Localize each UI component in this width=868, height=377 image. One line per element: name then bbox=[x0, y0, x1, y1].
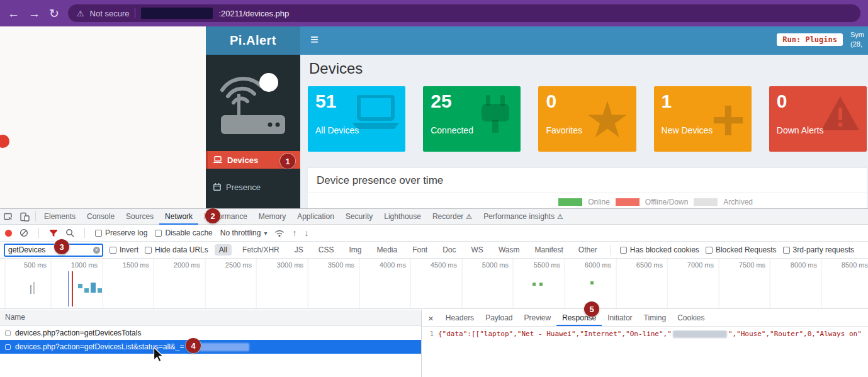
checkbox[interactable] bbox=[706, 247, 713, 254]
request-row-selected[interactable]: devices.php?action=getDevicesList&status… bbox=[0, 340, 421, 354]
app-content: Devices 51 All Devices 25 Connected bbox=[300, 55, 868, 208]
sidebar: Pi.Alert bbox=[206, 26, 300, 208]
card-all-devices[interactable]: 51 All Devices bbox=[308, 86, 405, 152]
checkbox[interactable] bbox=[155, 230, 162, 237]
redacted-hostname bbox=[141, 8, 213, 19]
device-toolbar-icon[interactable] bbox=[16, 209, 33, 225]
preserve-log-checkbox[interactable]: Preserve log bbox=[95, 228, 147, 237]
tab-lighthouse[interactable]: Lighthouse bbox=[378, 209, 427, 225]
checkbox[interactable] bbox=[145, 247, 152, 254]
tab-sources[interactable]: Sources bbox=[120, 209, 159, 225]
separator bbox=[35, 211, 36, 222]
clear-filter-icon[interactable]: × bbox=[93, 247, 100, 254]
checkbox[interactable] bbox=[95, 230, 102, 237]
card-new-devices[interactable]: 1 New Devices + bbox=[654, 86, 752, 152]
hide-data-urls-checkbox[interactable]: Hide data URLs bbox=[145, 245, 208, 254]
card-connected[interactable]: 25 Connected bbox=[423, 86, 521, 152]
menu-toggle-icon[interactable]: ≡ bbox=[310, 33, 318, 47]
third-party-requests-checkbox[interactable]: 3rd-party requests bbox=[783, 245, 854, 254]
timeline-activity-mark bbox=[84, 288, 89, 293]
filter-chip-all[interactable]: All bbox=[215, 244, 232, 256]
filter-chip-wasm[interactable]: Wasm bbox=[494, 244, 524, 256]
step-badge-3: 3 bbox=[54, 239, 69, 254]
request-list-pane: Name devices.php?action=getDevicesTotals… bbox=[0, 310, 422, 377]
filter-chip-css[interactable]: CSS bbox=[314, 244, 339, 256]
run-plugins-button[interactable]: Run: Plugins bbox=[777, 33, 843, 46]
filter-chip-fetch-xhr[interactable]: Fetch/XHR bbox=[238, 244, 284, 256]
checkbox[interactable] bbox=[783, 247, 790, 254]
address-bar[interactable]: ⚠ Not secure :20211/devices.php bbox=[68, 4, 860, 22]
step-badge-2: 2 bbox=[205, 208, 220, 223]
detail-tab-preview[interactable]: Preview bbox=[519, 310, 557, 326]
request-row[interactable]: devices.php?action=getDevicesTotals bbox=[0, 326, 421, 340]
checkbox[interactable] bbox=[620, 247, 627, 254]
tab-security[interactable]: Security bbox=[340, 209, 378, 225]
checkbox[interactable] bbox=[110, 247, 116, 254]
legend-label[interactable]: Offline/Down bbox=[645, 198, 688, 206]
invert-checkbox[interactable]: Invert bbox=[110, 245, 138, 254]
not-secure-label[interactable]: Not secure bbox=[90, 9, 130, 18]
filter-chip-font[interactable]: Font bbox=[408, 244, 432, 256]
disable-cache-checkbox[interactable]: Disable cache bbox=[155, 228, 212, 237]
inspect-element-icon[interactable] bbox=[0, 209, 16, 225]
forward-icon[interactable]: → bbox=[28, 8, 40, 20]
timeline-tick-label: 1000 ms bbox=[54, 261, 98, 269]
redacted-response-value bbox=[673, 330, 727, 338]
timeline-activity-mark bbox=[91, 283, 96, 293]
filter-chip-other[interactable]: Other bbox=[574, 244, 602, 256]
not-secure-warning-icon[interactable]: ⚠ bbox=[77, 9, 84, 18]
legend-label[interactable]: Archived bbox=[723, 198, 753, 206]
filter-chip-doc[interactable]: Doc bbox=[438, 244, 460, 256]
card-down-alerts[interactable]: 0 Down Alerts bbox=[769, 86, 867, 152]
tab-elements[interactable]: Elements bbox=[38, 209, 81, 225]
throttling-dropdown[interactable]: No throttling ▾ bbox=[220, 228, 268, 237]
filter-input[interactable] bbox=[4, 244, 103, 257]
card-favorites[interactable]: 0 Favorites ★ bbox=[538, 86, 636, 152]
detail-tab-headers[interactable]: Headers bbox=[440, 310, 480, 326]
search-icon[interactable] bbox=[65, 228, 74, 237]
tab-memory[interactable]: Memory bbox=[253, 209, 291, 225]
url-path: :20211/devices.php bbox=[218, 9, 289, 18]
detail-tab-timing[interactable]: Timing bbox=[638, 310, 672, 326]
tab-network[interactable]: Network bbox=[159, 209, 198, 225]
mouse-cursor bbox=[153, 347, 164, 363]
blocked-requests-checkbox[interactable]: Blocked Requests bbox=[706, 245, 777, 254]
filter-chip-ws[interactable]: WS bbox=[467, 244, 488, 256]
legend-label[interactable]: Online bbox=[588, 198, 610, 206]
network-overview-timeline[interactable]: 500 ms 1000 ms 1500 ms 2000 ms 2500 ms 3… bbox=[0, 259, 868, 309]
network-conditions-icon[interactable] bbox=[274, 229, 285, 237]
close-icon[interactable]: × bbox=[422, 313, 440, 324]
brand-logo[interactable]: Pi.Alert bbox=[206, 26, 300, 55]
request-list-header[interactable]: Name bbox=[0, 310, 421, 326]
timeline-tick-label: 2000 ms bbox=[156, 261, 200, 269]
tab-console[interactable]: Console bbox=[81, 209, 120, 225]
tab-application[interactable]: Application bbox=[291, 209, 340, 225]
record-icon[interactable] bbox=[5, 230, 12, 237]
filter-chip-img[interactable]: Img bbox=[344, 244, 366, 256]
laptop-icon bbox=[213, 156, 222, 164]
refresh-icon[interactable]: ↻ bbox=[49, 8, 59, 20]
export-har-icon[interactable]: ↓ bbox=[304, 228, 308, 238]
sidebar-item-presence[interactable]: Presence bbox=[206, 178, 300, 196]
timeline-tick-label: 8000 ms bbox=[773, 261, 817, 269]
filter-icon[interactable] bbox=[49, 229, 58, 237]
presence-panel: Device presence over time Online Offline… bbox=[308, 167, 867, 208]
detail-tab-payload[interactable]: Payload bbox=[480, 310, 518, 326]
has-blocked-cookies-checkbox[interactable]: Has blocked cookies bbox=[620, 245, 699, 254]
screenshot-root: ← → ↻ ⚠ Not secure :20211/devices.php Pi… bbox=[0, 0, 868, 377]
filter-chip-js[interactable]: JS bbox=[290, 244, 308, 256]
tab-recorder[interactable]: Recorder⚠ bbox=[427, 209, 478, 225]
tab-performance-insights[interactable]: Performance insights⚠ bbox=[478, 209, 569, 225]
navbar-right-text: Sym (28, bbox=[850, 30, 868, 49]
detail-tab-cookies[interactable]: Cookies bbox=[672, 310, 710, 326]
detail-tab-initiator[interactable]: Initiator bbox=[602, 310, 638, 326]
clear-icon[interactable] bbox=[20, 228, 28, 237]
back-icon[interactable]: ← bbox=[8, 8, 20, 20]
import-har-icon[interactable]: ↑ bbox=[292, 228, 296, 238]
app-navbar: ≡ Run: Plugins Sym (28, bbox=[300, 26, 868, 55]
experiment-icon: ⚠ bbox=[557, 209, 563, 225]
browser-toolbar: ← → ↻ ⚠ Not secure :20211/devices.php bbox=[0, 0, 868, 26]
blank-page-area bbox=[0, 26, 206, 208]
filter-chip-media[interactable]: Media bbox=[372, 244, 402, 256]
filter-chip-manifest[interactable]: Manifest bbox=[530, 244, 567, 256]
